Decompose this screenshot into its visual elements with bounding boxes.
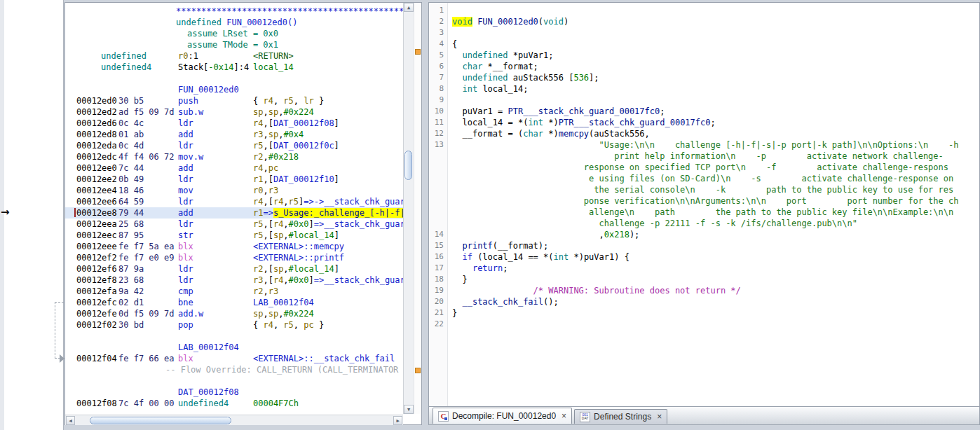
listing-comment-row[interactable]: -- Flow Override: CALL_RETURN (CALL_TERM… [65, 364, 403, 375]
analysis-marker[interactable] [415, 49, 421, 55]
mnem-token: ldr [178, 264, 193, 274]
listing-instruction-row[interactable]: 00012f0230 bdpop{ r4, r5, pc } [65, 319, 403, 331]
listing-instruction-row[interactable]: 00012ef823 68ldrr3,[r4,#0x0]=>__stack_ch… [65, 275, 403, 286]
listing-instruction-row[interactable]: 00012ee20b 49ldrr1,[DAT_00012f10] [65, 174, 403, 185]
code-text: challenge -p 22111 -f -s -k /ifs/challen… [448, 218, 857, 229]
decompiler-line[interactable]: 14 ,0x218); [429, 229, 979, 240]
listing-instruction-row[interactable]: 00012ee07c 44addr4,pc [65, 162, 403, 174]
decompiler-line[interactable]: challenge -p 22111 -f -s -k /ifs/challen… [429, 218, 979, 229]
decompiler-line[interactable]: 20 __stack_chk_fail(); [429, 296, 979, 307]
listing-data-row[interactable]: 00012f087c 4f 00 00undefined400004F7Ch [65, 398, 403, 409]
listing-label-row[interactable]: LAB_00012f04 [65, 342, 403, 353]
listing-instruction-row[interactable]: 00012efe0d f5 09 7dadd.wsp,sp,#0x224 [65, 308, 403, 319]
listing-row[interactable] [65, 331, 403, 342]
analysis-marker[interactable] [415, 368, 421, 373]
listing-label-row[interactable]: FUN_00012ed0 [65, 84, 403, 95]
listing-variable-row[interactable]: undefined4Stack[-0x14]:4local_14 [65, 62, 403, 73]
listing-assume-row[interactable]: assume LRset = 0x0 [65, 28, 403, 39]
dkw-token: if [462, 252, 472, 262]
decompiler-line[interactable]: 18 } [429, 274, 979, 285]
listing-instruction-row[interactable]: 00012ee879 44addr1=>s_Usage:_challenge_[… [65, 207, 403, 219]
decompiler-line[interactable]: 15 printf(__format); [429, 240, 979, 251]
mnem-token: mov [178, 186, 193, 195]
scroll-left-button[interactable]: ◀ [66, 416, 75, 425]
listing-instruction-row[interactable]: 00012ed801 abaddr3,sp,#0x4 [65, 129, 403, 140]
decompiler-line[interactable]: 10 puVar1 = PTR___stack_chk_guard_00017f… [429, 106, 979, 117]
decompiler-line[interactable]: 8 int local_14; [429, 83, 979, 95]
decompiler-line[interactable]: 13 "Usage:\n\n challenge [-h|-f|-s|-p po… [429, 139, 979, 151]
listing-instruction-row[interactable]: 00012ef687 9aldrr2,[sp,#local_14] [65, 263, 403, 275]
tab-decompile[interactable]: C Decompile: FUN_00012ed0 × [433, 408, 572, 424]
scroll-down-button[interactable]: ▼ [404, 405, 414, 414]
listing-instruction-row[interactable]: 00012eec87 95strr5,[sp,#local_14] [65, 230, 403, 241]
close-icon[interactable]: × [657, 412, 662, 422]
listing-instruction-row[interactable]: 00012ef2fe f7 e0 e9blx<EXTERNAL>::printf [65, 252, 403, 263]
listing-instruction-row[interactable]: 00012ed030 b5push{ r4, r5, lr } [65, 95, 403, 106]
mnem-token: add [178, 208, 193, 218]
listing-instruction-row[interactable]: 00012f04fe f7 66 eablx<EXTERNAL>::__stac… [65, 353, 403, 364]
assume-token: assume LRset = 0x0 [187, 29, 278, 39]
decompiler-line[interactable]: 5 undefined *puVar1; [429, 50, 979, 61]
listing-instruction-row[interactable]: 00012eea25 68ldrr5,[r4,#0x0]=>__stack_ch… [65, 219, 403, 230]
decompiler-line[interactable]: 22 [429, 319, 979, 330]
listing-instruction-row[interactable]: 00012efc02 d1bneLAB_00012f04 [65, 297, 403, 308]
dp-token [508, 73, 512, 83]
reg-token: lr [304, 96, 313, 106]
decompiler-line[interactable]: print help information\n -p activate net… [429, 151, 979, 162]
reg-token: r3 [253, 130, 263, 139]
listing-row[interactable] [65, 73, 403, 84]
decompiler-line[interactable]: 16 if (local_14 == *(int *)puVar1) { [429, 251, 979, 263]
decompiler-line[interactable]: 11 local_14 = *(int *)PTR___stack_chk_gu… [429, 117, 979, 128]
mnem-token: sub.w [178, 107, 203, 117]
listing-plate-comment[interactable]: ****************************************… [65, 6, 403, 17]
listing-instruction-row[interactable]: 00012ee418 46movr0,r3 [65, 185, 403, 196]
dp-token: ; [533, 62, 538, 71]
horizontal-scrollbar-thumb[interactable] [90, 417, 231, 424]
reg-token: pc [268, 163, 278, 173]
listing-instruction-row[interactable]: 00012eeefe f7 5a eablx<EXTERNAL>::memcpy [65, 241, 403, 252]
decompiler-line[interactable]: 12 __format = (char *)memcpy(auStack556, [429, 128, 979, 139]
decompiler-line[interactable]: allenge\n path the path to the public ke… [429, 207, 979, 218]
listing-vertical-scrollbar[interactable]: ▲ ▼ [403, 3, 414, 414]
decompiler-line[interactable]: the serial console\n -k path to the publ… [429, 184, 979, 195]
vertical-scrollbar-thumb[interactable] [404, 151, 412, 180]
decompiler-line[interactable]: 9 [429, 95, 979, 106]
decompiler-line[interactable]: 7 undefined auStack556 [536]; [429, 72, 979, 83]
decompiler-line[interactable]: 19 /* WARNING: Subroutine does not retur… [429, 285, 979, 296]
listing-row[interactable] [65, 375, 403, 387]
listing-instruction-row[interactable]: 00012ed60c 4cldrr4,[DAT_00012f08] [65, 118, 403, 129]
decompiler-line[interactable]: 2void FUN_00012ed0(void) [429, 16, 979, 27]
listing-assume-row[interactable]: assume TMode = 0x1 [65, 39, 403, 50]
addr-token: 00012ee2 [76, 174, 117, 184]
tab-defined-strings[interactable]: 001DAT Defined Strings × [574, 409, 667, 424]
close-icon[interactable]: × [562, 411, 566, 421]
decompiler-line[interactable]: 17 return; [429, 263, 979, 274]
bytes-token: 7c 4f 00 00 [118, 398, 174, 408]
decompiler-line[interactable]: 21} [429, 307, 979, 319]
decompiler-line[interactable]: 6 char *__format; [429, 61, 979, 72]
listing-instruction-row[interactable]: 00012edc4f f4 06 72mov.wr2,#0x218 [65, 151, 403, 162]
dp-token: } [452, 275, 468, 284]
listing-instruction-row[interactable]: 00012ed2ad f5 09 7dsub.wsp,sp,#0x224 [65, 106, 403, 118]
p-token: ] [334, 230, 339, 240]
listing-label-row[interactable]: DAT_00012f08 [65, 387, 403, 398]
listing-horizontal-scrollbar[interactable]: ◀ ▶ [65, 415, 403, 425]
listing-instruction-row[interactable]: 00012efa9a 42cmpr2,r3 [65, 286, 403, 297]
listing-return-row[interactable]: undefinedr0:1<RETURN> [65, 50, 403, 62]
decompiler-line[interactable]: 4{ [429, 39, 979, 50]
decompiler-line[interactable]: e using files (on SD-Card)\n -s activate… [429, 173, 979, 184]
decompiler-line[interactable]: 3 [429, 27, 979, 39]
lab-token: LAB_00012f04 [253, 298, 314, 307]
listing-function-signature[interactable]: undefined FUN_00012ed0() [65, 17, 403, 28]
p-token: ,[ [263, 275, 273, 285]
listing-instruction-row[interactable]: 00012ee664 59ldrr4,[r4,r5]=>->__stack_ch… [65, 196, 403, 207]
code-text: response on specified TCP port\n -f acti… [448, 162, 948, 173]
listing-instruction-row[interactable]: 00012eda0c 4dldrr5,[DAT_00012f0c] [65, 140, 403, 151]
label-token: FUN_00012ed0 [178, 85, 239, 95]
scroll-up-button[interactable]: ▲ [404, 3, 414, 12]
scroll-right-button[interactable]: ▶ [393, 416, 402, 425]
decompiler-line[interactable]: ponse verification\n\nArguments:\n\n por… [429, 195, 979, 207]
decompiler-line[interactable]: response on specified TCP port\n -f acti… [429, 162, 979, 173]
bytes-token: fe f7 e0 e9 [118, 253, 174, 263]
decompiler-line[interactable]: 1 [429, 5, 979, 16]
